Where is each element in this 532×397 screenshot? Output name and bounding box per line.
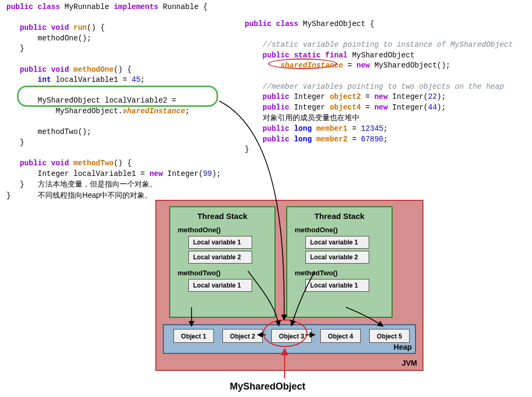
local-variable-1a: Local variable 1 <box>305 236 369 249</box>
thread-stack-1: Thread Stack methodOne() Local variable … <box>169 206 276 318</box>
frame-methodone: methodOne() <box>295 226 392 234</box>
frame-methodtwo: methodTwo() <box>178 269 275 277</box>
code-text: public class MySharedObject { //static v… <box>245 19 513 155</box>
frame-methodone: methodOne() <box>178 226 275 234</box>
jvm-label: JVM <box>402 359 417 367</box>
object-1: Object 1 <box>173 329 214 343</box>
heap-label: Heap <box>394 343 412 351</box>
object-5: Object 5 <box>369 329 410 343</box>
local-variable-2a: Local variable 2 <box>188 251 252 264</box>
local-variable-1b: Local variable 1 <box>305 279 369 292</box>
local-variable-1b: Local variable 1 <box>188 279 252 292</box>
object-4: Object 4 <box>320 329 361 343</box>
thread-stack-title: Thread Stack <box>287 212 392 221</box>
highlight-localvariable2 <box>17 86 218 107</box>
local-variable-1a: Local variable 1 <box>188 236 252 249</box>
code-mysharedobject: public class MySharedObject { //static v… <box>245 19 513 155</box>
highlight-object3 <box>263 319 307 347</box>
local-variable-2a: Local variable 2 <box>305 251 369 264</box>
thread-stack-2: Thread Stack methodOne() Local variable … <box>286 206 393 318</box>
thread-stack-title: Thread Stack <box>170 212 275 221</box>
object-2: Object 2 <box>222 329 263 343</box>
highlight-sharedinstance <box>268 58 337 69</box>
frame-methodtwo: methodTwo() <box>295 269 392 277</box>
mysharedobject-label: MySharedObject <box>230 381 305 392</box>
